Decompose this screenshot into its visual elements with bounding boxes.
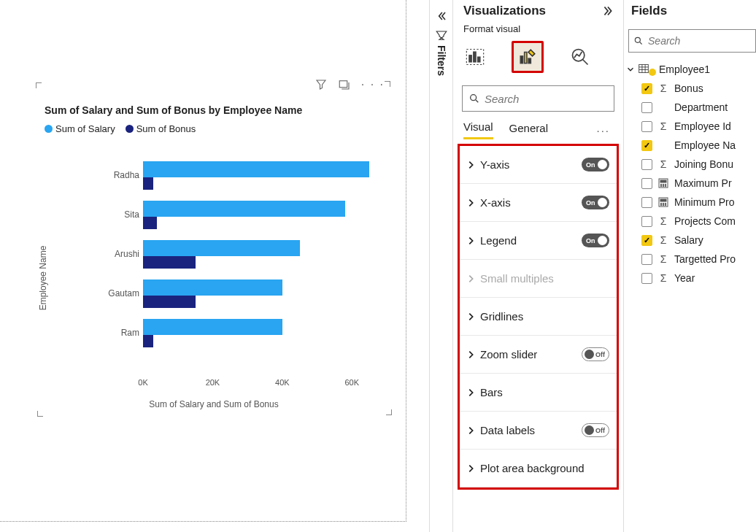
format-item[interactable]: Gridlines [460, 298, 617, 336]
svg-rect-13 [660, 180, 666, 182]
report-canvas[interactable]: · · · Sum of Salary and Sum of Bonus by … [0, 0, 406, 522]
field-row[interactable]: ΣBonus [624, 79, 756, 98]
svg-rect-2 [469, 55, 472, 62]
svg-point-19 [665, 185, 666, 187]
bar-bonus[interactable] [143, 256, 196, 269]
format-item-label: Small multiples [480, 272, 554, 285]
bar-bonus[interactable] [143, 296, 196, 308]
bar-bonus[interactable] [143, 177, 153, 190]
field-row[interactable]: Minimum Pro [624, 193, 756, 212]
chevron-left-icon[interactable] [434, 9, 449, 23]
chevron-right-icon[interactable] [600, 3, 616, 19]
chevron-right-icon [466, 425, 476, 436]
chevron-right-icon [466, 274, 476, 284]
field-checkbox[interactable] [641, 140, 652, 151]
bar-group: Ram [143, 317, 387, 349]
bar-salary[interactable] [143, 240, 300, 256]
table-row[interactable]: Employee1 [624, 60, 756, 79]
more-options-icon[interactable]: · · · [361, 78, 385, 91]
svg-point-27 [665, 204, 666, 206]
format-item[interactable]: Small multiples [460, 260, 617, 298]
filter-icon[interactable] [315, 78, 328, 91]
legend-label-bonus: Sum of Bonus [136, 123, 196, 134]
svg-point-18 [663, 185, 664, 187]
field-row[interactable]: ΣTargetted Pro [624, 250, 756, 269]
x-tick: 40K [275, 378, 290, 387]
field-checkbox[interactable] [641, 159, 652, 170]
field-row[interactable]: ΣJoining Bonu [624, 155, 756, 174]
chart-title: Sum of Salary and Sum of Bonus by Employ… [45, 104, 302, 116]
format-item[interactable]: LegendOn [460, 222, 617, 260]
format-item[interactable]: X-axisOn [460, 184, 617, 222]
toggle[interactable]: Off [582, 423, 609, 437]
svg-point-10 [635, 37, 640, 42]
format-item[interactable]: Plot area background [460, 450, 617, 487]
toggle[interactable]: Off [582, 347, 609, 361]
bar-salary[interactable] [143, 280, 282, 296]
format-item[interactable]: Data labelsOff [460, 412, 617, 450]
field-row[interactable]: Maximum Pr [624, 174, 756, 193]
format-subtabs: Visual General ··· [453, 117, 623, 139]
format-item[interactable]: Zoom sliderOff [460, 336, 617, 374]
format-search-input[interactable] [485, 93, 608, 105]
svg-point-22 [660, 203, 662, 204]
field-row[interactable]: Employee Na [624, 136, 756, 155]
toggle[interactable]: On [582, 158, 609, 171]
more-tabs-icon[interactable]: ··· [596, 124, 613, 136]
filters-label: Filters [436, 45, 447, 76]
field-checkbox[interactable] [641, 273, 652, 284]
fields-search-input[interactable] [648, 35, 751, 47]
build-visual-icon[interactable] [463, 45, 487, 69]
filters-pane-collapsed[interactable]: Filters [429, 0, 453, 532]
bar-salary[interactable] [143, 161, 369, 177]
field-row[interactable]: ΣProjects Com [624, 212, 756, 231]
field-checkbox[interactable] [641, 254, 652, 265]
bar-group: Radha [143, 159, 387, 191]
bar-salary[interactable] [143, 201, 345, 217]
format-item-label: Bars [480, 386, 503, 398]
toggle[interactable]: On [582, 234, 609, 247]
format-item[interactable]: Bars [460, 374, 617, 412]
calculator-icon [658, 178, 668, 188]
field-checkbox[interactable] [641, 216, 652, 227]
field-name: Targetted Pro [674, 253, 736, 265]
field-checkbox[interactable] [641, 235, 652, 246]
svg-point-9 [471, 95, 477, 101]
analytics-icon[interactable] [568, 45, 592, 69]
field-row[interactable]: ΣSalary [624, 231, 756, 250]
chart-visual-container[interactable]: · · · Sum of Salary and Sum of Bonus by … [37, 82, 390, 415]
visualizations-title: Visualizations [463, 4, 546, 18]
field-row[interactable]: ΣYear [624, 269, 756, 288]
toggle[interactable]: On [582, 196, 609, 209]
field-name: Projects Com [674, 215, 736, 227]
field-checkbox[interactable] [641, 121, 652, 132]
focus-mode-icon[interactable] [338, 78, 351, 91]
field-name: Bonus [674, 82, 703, 94]
fields-search-box[interactable] [628, 29, 756, 53]
field-checkbox[interactable] [641, 197, 652, 208]
chevron-down-icon [625, 64, 636, 74]
field-row[interactable]: ΣEmployee Id [624, 117, 756, 136]
resize-handle-tl[interactable] [36, 81, 45, 90]
bar-salary[interactable] [143, 319, 282, 335]
tab-visual[interactable]: Visual [463, 120, 493, 139]
tab-general[interactable]: General [509, 122, 548, 139]
format-item[interactable]: Y-axisOn [460, 146, 617, 184]
category-label: Sita [107, 209, 139, 220]
bar-bonus[interactable] [143, 335, 153, 347]
format-search-box[interactable] [462, 85, 614, 112]
field-checkbox[interactable] [641, 83, 652, 94]
field-checkbox[interactable] [641, 178, 652, 189]
funnel-icon [435, 29, 448, 42]
field-name: Year [674, 272, 695, 284]
svg-rect-0 [339, 81, 347, 88]
chart-plot-area: Employee Name Sum of Salary and Sum of B… [37, 141, 390, 415]
format-item-label: Plot area background [480, 462, 585, 474]
bar-bonus[interactable] [143, 217, 157, 229]
format-visual-icon[interactable] [512, 41, 544, 73]
svg-point-25 [660, 204, 662, 206]
field-checkbox[interactable] [641, 102, 652, 113]
x-axis-title: Sum of Salary and Sum of Bonus [149, 399, 278, 409]
field-row[interactable]: Department [624, 98, 756, 117]
chevron-right-icon [466, 350, 476, 360]
